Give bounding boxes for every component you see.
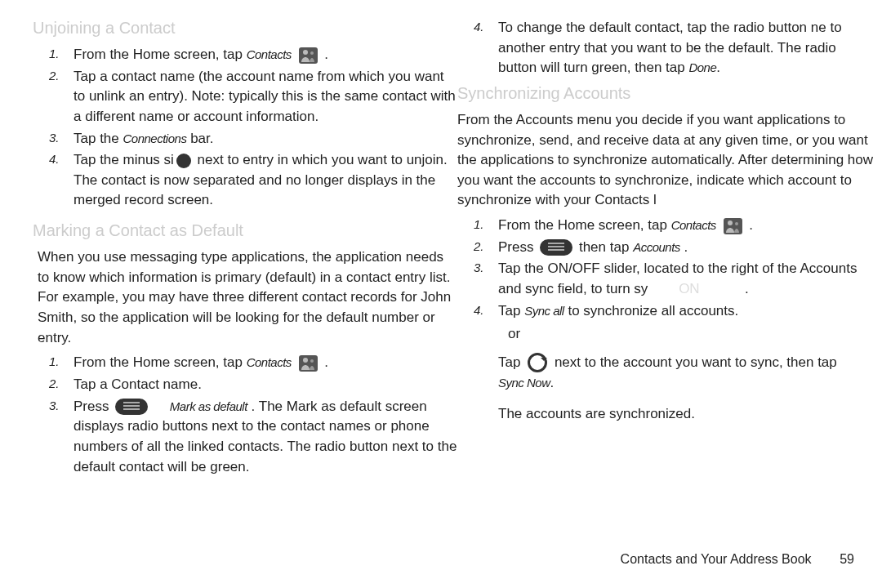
- step-text: to synchronize all accounts.: [568, 303, 738, 318]
- step-text: From the Home screen, tap: [74, 354, 243, 370]
- sync-step-3: 3. Tap the ON/OFF slider, located to the…: [457, 259, 874, 299]
- period: .: [550, 375, 555, 390]
- period: .: [749, 217, 753, 233]
- step-text: bar.: [190, 131, 213, 146]
- contacts-icon: [299, 355, 318, 372]
- step-number: 3.: [49, 397, 60, 415]
- sync-all-label: Sync all: [524, 304, 564, 318]
- page-number: 59: [815, 552, 854, 567]
- contacts-icon: [724, 218, 742, 234]
- sync-step-4: 4. Tap Sync all to synchronize all accou…: [457, 301, 874, 345]
- minus-icon: [176, 154, 191, 168]
- step-number: 3.: [474, 259, 484, 277]
- on-label: ON: [679, 281, 700, 296]
- step-text: From the Home screen, tap: [74, 47, 243, 62]
- page-footer: Contacts and Your Address Book 59: [621, 552, 854, 567]
- heading-mark-default: Marking a Contact as Default: [33, 219, 457, 243]
- right-column: 4. To change the default contact, tap th…: [457, 16, 874, 479]
- mark-step-1: 1. From the Home screen, tap Contacts .: [33, 353, 457, 373]
- step-text: Tap a Contact name.: [74, 376, 202, 392]
- step-text: From the Home screen, tap: [498, 217, 667, 233]
- left-column: Unjoining a Contact 1. From the Home scr…: [33, 16, 457, 479]
- step-number: 3.: [49, 129, 60, 147]
- unjoin-step-1: 1. From the Home screen, tap Contacts .: [33, 45, 457, 65]
- step-text: Tap the: [74, 131, 119, 146]
- step-text: Press: [74, 399, 109, 414]
- step-text: Tap: [498, 354, 520, 370]
- step-text: then tap: [579, 239, 629, 255]
- step-number: 2.: [49, 375, 60, 393]
- step-text: Press: [498, 239, 533, 255]
- step-text: next to the account you want to sync, th…: [555, 354, 837, 370]
- footer-label: Contacts and Your Address Book: [621, 552, 812, 566]
- mark-as-default-label: Mark as default: [170, 399, 247, 413]
- step-number: 1.: [49, 45, 60, 63]
- mark-step-4: 4. To change the default contact, tap th…: [457, 18, 874, 78]
- menu-icon: [540, 239, 572, 256]
- unjoin-step-2: 2. Tap a contact name (the account name …: [33, 67, 457, 127]
- mark-step-3: 3. Press Mark as default . The Mark as d…: [33, 397, 457, 478]
- svg-point-1: [310, 51, 314, 55]
- step-text: Tap the minus si: [74, 152, 174, 167]
- svg-point-5: [735, 222, 738, 225]
- accounts-label: Accounts: [633, 240, 680, 254]
- contacts-label: Contacts: [247, 47, 292, 61]
- sync-intro: From the Accounts menu you decide if you…: [457, 110, 874, 211]
- mark-default-intro: When you use messaging type applications…: [33, 247, 457, 348]
- sync-step-alt: Tap next to the account you want to sync…: [457, 353, 874, 393]
- step-number: 4.: [474, 18, 484, 36]
- svg-point-3: [310, 359, 314, 363]
- contacts-icon: [299, 47, 318, 64]
- step-number: 2.: [49, 67, 60, 85]
- sync-icon: [528, 353, 547, 372]
- svg-point-4: [728, 220, 733, 225]
- sync-step-1: 1. From the Home screen, tap Contacts .: [457, 216, 874, 236]
- mark-step-2: 2. Tap a Contact name.: [33, 375, 457, 395]
- heading-sync-accounts: Synchronizing Accounts: [457, 82, 874, 105]
- period: .: [745, 281, 749, 296]
- step-number: 2.: [474, 238, 484, 256]
- menu-icon: [115, 399, 148, 415]
- svg-point-0: [303, 50, 308, 55]
- period: .: [324, 47, 328, 62]
- unjoin-step-4: 4. Tap the minus si next to entry in whi…: [33, 150, 457, 211]
- unjoin-step-3: 3. Tap the Connections bar.: [33, 129, 457, 149]
- period: .: [684, 239, 688, 255]
- step-number: 1.: [474, 216, 484, 234]
- contacts-label: Contacts: [247, 355, 292, 369]
- svg-point-2: [303, 358, 308, 363]
- sync-result: The accounts are synchronized.: [457, 404, 874, 425]
- or-text: or: [498, 324, 874, 345]
- contacts-label: Contacts: [671, 218, 716, 232]
- connections-label: Connections: [123, 131, 187, 145]
- done-label: Done: [688, 60, 716, 74]
- step-number: 4.: [49, 150, 60, 168]
- step-number: 1.: [49, 353, 60, 371]
- step-text: To change the default contact, tap the r…: [498, 20, 826, 35]
- step-number: 4.: [474, 301, 484, 319]
- heading-unjoining: Unjoining a Contact: [33, 16, 457, 40]
- step-text: Tap the ON/OFF slider, located to the ri…: [498, 261, 857, 296]
- sync-now-label: Sync Now: [498, 376, 550, 390]
- sync-step-2: 2. Press then tap Accounts .: [457, 238, 874, 258]
- on-off-slider-icon: [706, 283, 737, 297]
- period: .: [324, 354, 328, 370]
- period: .: [716, 60, 720, 75]
- step-text: Tap a contact name (the account name fro…: [74, 69, 456, 124]
- step-text: Tap: [498, 303, 520, 318]
